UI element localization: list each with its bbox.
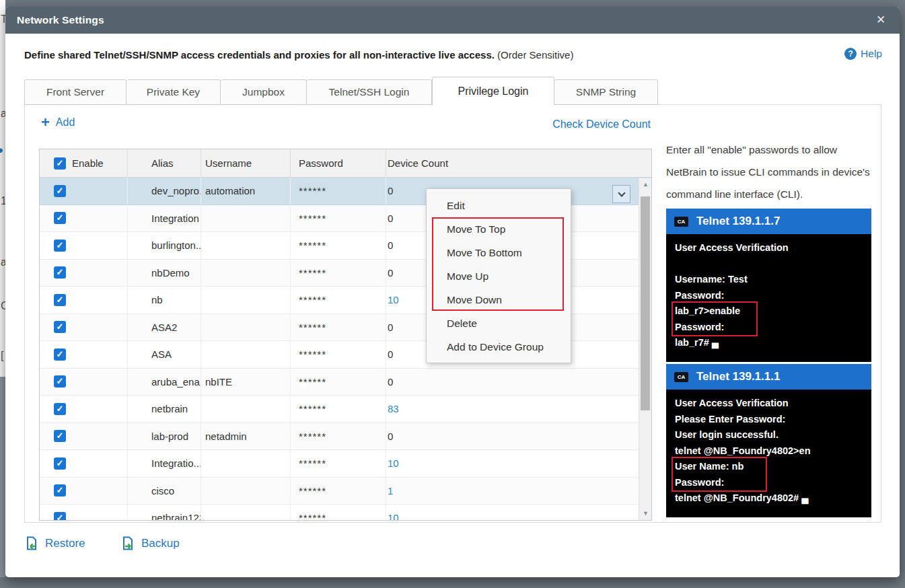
cell-device-count[interactable]: 83 (386, 396, 651, 422)
tab[interactable]: Private Key (126, 79, 221, 105)
terminal-line: lab_r7# ▄ (675, 335, 871, 351)
enable-checkbox[interactable] (54, 321, 66, 333)
menu-item-label: Move To Top (447, 223, 505, 235)
table-scrollbar[interactable]: ▲ ▼ (639, 178, 651, 520)
table-row[interactable]: lab-prod netadmin ****** 0 (40, 423, 651, 451)
select-all-checkbox[interactable] (54, 157, 66, 170)
terminal-line: User Access Verification (675, 240, 871, 256)
enable-checkbox[interactable] (54, 185, 66, 197)
cell-enable (40, 423, 128, 450)
terminal-2-title: Telnet 139.1.1.1 (696, 370, 780, 383)
tab-label: Jumpbox (242, 86, 285, 98)
table-row[interactable]: netbrain ****** 83 (40, 396, 651, 423)
cell-password: ****** (291, 232, 386, 259)
scroll-up-icon[interactable]: ▲ (639, 178, 652, 191)
background-page-sliver: Ta●1aC[ (0, 0, 5, 377)
enable-checkbox[interactable] (54, 430, 66, 442)
context-menu-item[interactable]: Move Up (427, 264, 571, 288)
enable-checkbox[interactable] (54, 348, 66, 361)
context-menu-item[interactable]: Move Down (427, 288, 571, 311)
cell-username (201, 450, 291, 477)
cell-enable (40, 396, 128, 422)
context-menu-item[interactable]: Move To Bottom (427, 241, 571, 264)
terminal-line: Please Enter Password: (675, 412, 871, 428)
background-text-fragment: a (1, 108, 5, 120)
cell-alias: ASA (128, 341, 201, 368)
enable-checkbox[interactable] (54, 484, 66, 497)
dialog-title: Network Settings (5, 14, 104, 26)
cell-device-count[interactable]: 0 (386, 423, 651, 450)
cell-enable (40, 287, 128, 314)
cell-username (201, 232, 291, 259)
cell-password: ****** (291, 505, 386, 521)
header-alias: Alias (128, 149, 201, 177)
cell-alias: burlington... (128, 232, 201, 259)
check-device-count-link[interactable]: Check Device Count (552, 118, 651, 131)
menu-item-label: Add to Device Group (447, 341, 544, 353)
scroll-down-icon[interactable]: ▼ (639, 507, 652, 520)
cell-enable (40, 232, 128, 259)
cell-username (201, 341, 291, 368)
context-menu-item[interactable]: Move To Top (427, 217, 571, 241)
backup-button[interactable]: Backup (121, 536, 180, 551)
enable-checkbox[interactable] (54, 457, 66, 470)
cell-password: ****** (291, 287, 386, 314)
enable-checkbox[interactable] (54, 212, 66, 224)
cell-enable (40, 205, 128, 232)
cell-device-count[interactable]: 0 (386, 369, 651, 396)
context-menu-item[interactable]: Add to Device Group (427, 335, 571, 359)
terminal-1-title: Telnet 139.1.1.7 (696, 215, 780, 228)
add-button[interactable]: + Add (41, 116, 75, 129)
table-row[interactable]: netbrain123 ****** 10 (40, 505, 651, 521)
cell-password: ****** (291, 369, 386, 396)
cell-device-count[interactable]: 10 (386, 505, 651, 521)
cell-enable (40, 478, 128, 505)
close-icon[interactable]: ✕ (873, 12, 889, 28)
scrollbar-thumb[interactable] (641, 196, 650, 410)
ca-icon: CA (674, 372, 688, 382)
enable-checkbox[interactable] (54, 266, 66, 279)
restore-label: Restore (45, 537, 85, 550)
background-text-fragment: ● (0, 144, 3, 155)
tab[interactable]: Privilege Login (432, 77, 554, 106)
header-username: Username (201, 149, 291, 177)
tab[interactable]: Front Server (24, 79, 126, 105)
enable-checkbox[interactable] (54, 403, 66, 415)
enable-checkbox[interactable] (54, 375, 66, 388)
help-link[interactable]: ? Help (844, 48, 882, 60)
tab-bar: Front ServerPrivate KeyJumpboxTelnet/SSH… (24, 77, 658, 105)
tab[interactable]: Jumpbox (221, 79, 307, 105)
table-row[interactable]: cisco ****** 1 (40, 478, 651, 505)
table-row[interactable]: Integratio... ****** 10 (40, 450, 651, 478)
terminal-1-titlebar: CA Telnet 139.1.1.7 (666, 209, 871, 234)
restore-button[interactable]: Restore (25, 536, 85, 551)
header-enable-label: Enable (72, 157, 104, 169)
cell-username: netadmin (201, 423, 291, 450)
cell-enable (40, 341, 128, 368)
background-text-fragment: a (1, 256, 5, 268)
terminal-line: telnet @NB_Foundry4802# ▄ (675, 490, 871, 507)
enable-checkbox[interactable] (54, 294, 66, 306)
chevron-down-icon (618, 189, 625, 196)
context-menu-item[interactable]: Delete (427, 311, 571, 335)
help-icon: ? (844, 48, 857, 60)
enable-checkbox[interactable] (54, 240, 66, 252)
cell-username (201, 260, 291, 287)
backup-icon (121, 536, 135, 551)
cell-device-count[interactable]: 1 (386, 478, 651, 505)
side-help-text: Enter all "enable" passwords to allow Ne… (666, 139, 879, 205)
cell-device-count[interactable]: 10 (386, 450, 651, 477)
cell-enable (40, 505, 128, 521)
row-dropdown-button[interactable] (612, 185, 630, 203)
network-settings-dialog: Network Settings ✕ Define shared Telnet/… (5, 7, 900, 577)
tab[interactable]: Telnet/SSH Login (307, 79, 432, 105)
tab[interactable]: SNMP String (554, 79, 658, 105)
cell-username (201, 396, 291, 422)
cell-password: ****** (291, 178, 386, 205)
background-text-fragment: 1 (1, 195, 5, 207)
header-enable: Enable (40, 149, 128, 177)
background-text-fragment: T (1, 13, 5, 26)
context-menu-item[interactable]: Edit (427, 194, 571, 217)
table-row[interactable]: aruba_ena... nbITE ****** 0 (40, 369, 651, 396)
enable-checkbox[interactable] (54, 512, 66, 521)
